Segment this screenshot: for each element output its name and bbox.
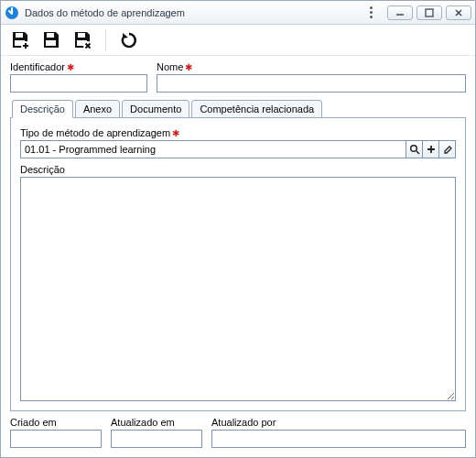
save-and-delete-button[interactable] (70, 28, 94, 52)
svg-line-12 (416, 151, 419, 154)
tabpanel-descricao: Tipo de método de aprendizagem ✱ (10, 118, 466, 411)
updated-by-field (211, 430, 466, 448)
window-title: Dados do método de aprendizagem (25, 7, 363, 18)
created-at-label: Criado em (10, 417, 102, 428)
updated-by-label: Atualizado por (211, 417, 466, 428)
refresh-button[interactable] (117, 28, 141, 52)
svg-rect-6 (47, 33, 54, 38)
updated-at-label: Atualizado em (111, 417, 202, 428)
method-type-label: Tipo de método de aprendizagem (20, 127, 170, 138)
refresh-icon (119, 30, 139, 50)
floppy-x-icon (72, 30, 92, 50)
lookup-add-button[interactable] (423, 140, 439, 158)
minimize-button[interactable] (387, 5, 413, 20)
method-type-input[interactable] (20, 140, 406, 158)
floppy-icon (41, 30, 61, 50)
toolbar-separator (105, 29, 106, 51)
updated-at-field (111, 430, 202, 448)
plus-icon (426, 144, 437, 155)
required-mark-icon: ✱ (172, 128, 179, 138)
svg-rect-7 (46, 40, 56, 46)
svg-point-11 (410, 146, 416, 152)
svg-rect-8 (78, 33, 85, 38)
name-label: Nome (157, 61, 183, 72)
name-input[interactable] (157, 74, 466, 93)
tab-competencia[interactable]: Competência relacionada (191, 100, 322, 118)
search-icon (409, 144, 420, 155)
required-mark-icon: ✱ (185, 62, 192, 72)
tabstrip: Descrição Anexo Documento Competência re… (10, 98, 466, 118)
description-label: Descrição (20, 164, 65, 175)
svg-rect-2 (426, 9, 433, 16)
form-body: Identificador ✱ Nome ✱ Descrição Anexo D… (1, 56, 475, 457)
tab-descricao[interactable]: Descrição (12, 100, 73, 118)
created-at-field (10, 430, 102, 448)
toolbar (1, 25, 475, 56)
lookup-search-button[interactable] (406, 140, 423, 158)
close-button[interactable] (446, 5, 471, 20)
tab-documento[interactable]: Documento (122, 100, 189, 118)
floppy-plus-icon (10, 30, 30, 50)
modal-window: Dados do método de aprendizagem (0, 0, 476, 458)
titlebar: Dados do método de aprendizagem (1, 1, 475, 25)
identifier-input[interactable] (10, 74, 147, 93)
eraser-icon (442, 144, 453, 155)
lookup-clear-button[interactable] (439, 140, 456, 158)
svg-rect-3 (16, 33, 23, 38)
save-and-new-button[interactable] (8, 28, 32, 52)
more-button[interactable] (363, 4, 378, 22)
app-icon (5, 5, 19, 20)
maximize-button[interactable] (416, 5, 442, 20)
identifier-label: Identificador (10, 61, 65, 72)
required-mark-icon: ✱ (67, 62, 74, 72)
description-textarea[interactable] (20, 177, 456, 401)
save-button[interactable] (39, 28, 63, 52)
tab-anexo[interactable]: Anexo (75, 100, 120, 118)
